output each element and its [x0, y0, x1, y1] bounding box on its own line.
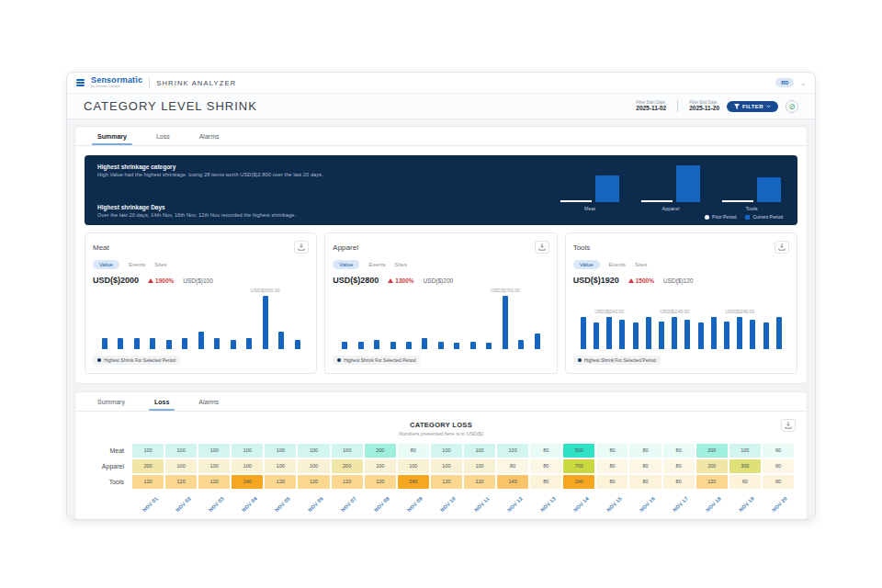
heatmap-cell[interactable]: 80: [398, 444, 429, 458]
heatmap-cell[interactable]: 100: [497, 444, 528, 458]
bar[interactable]: [594, 322, 599, 349]
user-avatar-badge[interactable]: RD: [775, 78, 794, 87]
card-tab-events[interactable]: Events: [129, 262, 145, 267]
menu-icon[interactable]: [76, 79, 85, 86]
heatmap-cell[interactable]: 80: [629, 444, 661, 458]
bar[interactable]: [422, 338, 427, 349]
tab-loss[interactable]: Loss: [140, 392, 184, 411]
current-period-bar[interactable]: [676, 165, 700, 202]
heatmap-cell[interactable]: 120: [198, 475, 230, 489]
heatmap-cell[interactable]: 120: [265, 475, 296, 489]
heatmap-cell[interactable]: 100: [464, 444, 495, 458]
bar[interactable]: [118, 338, 123, 349]
tab-alarms[interactable]: Alarms: [184, 392, 233, 411]
download-icon[interactable]: [294, 241, 309, 254]
heatmap-cell[interactable]: 80: [596, 459, 628, 473]
heatmap-cell[interactable]: 240: [563, 475, 594, 489]
card-tab-events[interactable]: Events: [368, 262, 385, 267]
heatmap-cell[interactable]: 80: [629, 475, 661, 489]
bar[interactable]: [581, 317, 586, 349]
heatmap-cell[interactable]: 60: [763, 475, 794, 489]
card-tab-value[interactable]: Value: [333, 260, 359, 269]
heatmap-cell[interactable]: 80: [530, 475, 561, 489]
card-tab-events[interactable]: Events: [609, 262, 626, 267]
filter-start-date[interactable]: Filter Start Date 2025-11-02: [636, 100, 666, 112]
bar[interactable]: [470, 342, 476, 349]
heatmap-cell[interactable]: 120: [696, 475, 728, 489]
download-icon[interactable]: [535, 241, 549, 254]
prior-period-bar[interactable]: [722, 200, 753, 202]
filter-end-date[interactable]: Filter End Date 2025-11-20: [689, 100, 719, 112]
heatmap-cell[interactable]: 100: [729, 444, 761, 458]
heatmap-cell[interactable]: 120: [464, 475, 495, 489]
current-period-bar[interactable]: [757, 177, 781, 202]
heatmap-cell[interactable]: 80: [663, 444, 695, 458]
bar[interactable]: [438, 342, 444, 349]
heatmap-cell[interactable]: 100: [332, 444, 363, 458]
bar[interactable]: [295, 340, 300, 349]
heatmap-cell[interactable]: 200: [696, 459, 728, 473]
bar[interactable]: [166, 340, 172, 349]
bar[interactable]: [246, 338, 252, 349]
bar[interactable]: [454, 343, 459, 349]
heatmap-cell[interactable]: 80: [629, 459, 661, 473]
bar[interactable]: [633, 322, 639, 349]
heatmap-cell[interactable]: 100: [265, 444, 296, 458]
bar[interactable]: [672, 317, 677, 349]
heatmap-cell[interactable]: 240: [232, 475, 263, 489]
bar[interactable]: [134, 338, 140, 349]
card-tab-sites[interactable]: Sites: [635, 262, 647, 267]
heatmap-cell[interactable]: 300: [729, 459, 761, 473]
bar[interactable]: [518, 340, 524, 349]
bar[interactable]: [263, 296, 268, 349]
bar[interactable]: [390, 342, 396, 349]
card-tab-value[interactable]: Value: [573, 260, 600, 269]
heatmap-cell[interactable]: 100: [198, 444, 230, 458]
bar[interactable]: [750, 320, 755, 349]
heatmap-cell[interactable]: 200: [365, 444, 396, 458]
heatmap-cell[interactable]: 80: [596, 475, 628, 489]
filter-button[interactable]: FILTER: [727, 101, 778, 112]
heatmap-cell[interactable]: 60: [763, 459, 794, 473]
heatmap-cell[interactable]: 120: [431, 475, 462, 489]
heatmap-cell[interactable]: 100: [398, 459, 429, 473]
heatmap-cell[interactable]: 100: [298, 444, 329, 458]
prior-period-bar[interactable]: [641, 200, 673, 202]
bar[interactable]: [358, 342, 364, 349]
card-tab-sites[interactable]: Sites: [154, 262, 166, 267]
current-period-bar[interactable]: [595, 175, 619, 202]
heatmap-cell[interactable]: 80: [663, 475, 695, 489]
heatmap-cell[interactable]: 100: [431, 444, 462, 458]
heatmap-cell[interactable]: 700: [563, 459, 594, 473]
bar[interactable]: [737, 317, 742, 349]
heatmap-cell[interactable]: 100: [165, 444, 197, 458]
heatmap-cell[interactable]: 100: [464, 459, 495, 473]
heatmap-cell[interactable]: 200: [332, 459, 363, 473]
bar[interactable]: [698, 322, 704, 349]
bar[interactable]: [182, 338, 187, 349]
heatmap-cell[interactable]: 100: [198, 459, 230, 473]
heatmap-cell[interactable]: 120: [298, 475, 329, 489]
download-icon[interactable]: [781, 419, 796, 432]
clear-filter-icon[interactable]: ⊘: [786, 100, 798, 113]
heatmap-cell[interactable]: 80: [530, 444, 561, 458]
prior-period-bar[interactable]: [560, 200, 592, 202]
heatmap-cell[interactable]: 100: [431, 459, 462, 473]
bar[interactable]: [374, 340, 379, 349]
heatmap-cell[interactable]: 100: [232, 459, 263, 473]
tab-loss[interactable]: Loss: [141, 127, 185, 145]
heatmap-cell[interactable]: 80: [663, 459, 695, 473]
heatmap-cell[interactable]: 100: [132, 444, 164, 458]
card-tab-value[interactable]: Value: [93, 260, 119, 269]
bar[interactable]: [406, 342, 412, 349]
bar[interactable]: [684, 320, 690, 349]
bar[interactable]: [503, 296, 508, 349]
heatmap-cell[interactable]: 120: [132, 475, 164, 489]
bar[interactable]: [619, 320, 625, 349]
bar[interactable]: [646, 317, 651, 349]
heatmap-cell[interactable]: 120: [165, 475, 197, 489]
bar[interactable]: [231, 340, 236, 349]
bar[interactable]: [659, 322, 664, 349]
heatmap-cell[interactable]: 140: [497, 475, 528, 489]
tab-summary[interactable]: Summary: [83, 127, 141, 145]
